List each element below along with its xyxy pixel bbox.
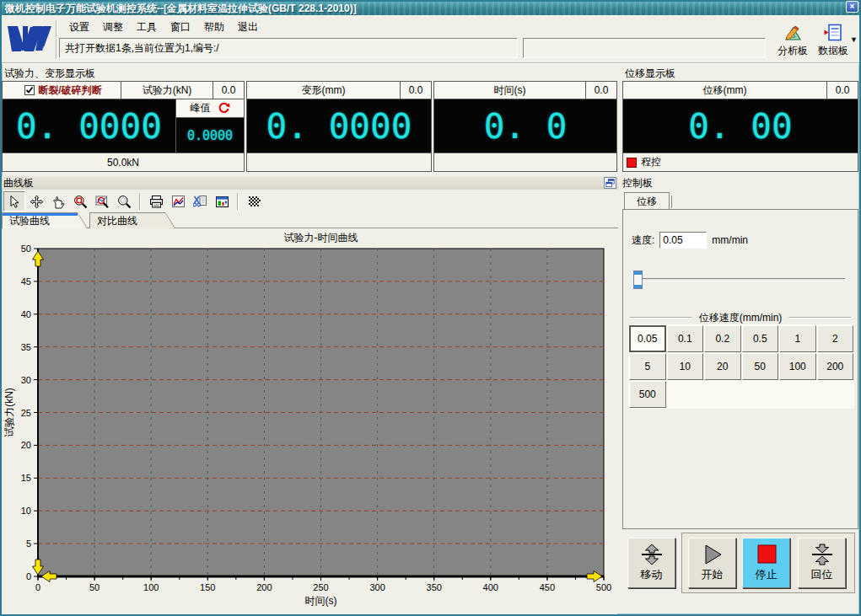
start-button[interactable]: 开始 (688, 538, 736, 588)
svg-text:45: 45 (21, 276, 31, 287)
curve-tabs: 试验曲线对比曲线 (2, 212, 618, 228)
move-crosshair-icon (30, 195, 44, 209)
tab-test-curve[interactable]: 试验曲线 (2, 212, 88, 228)
force-header: 试验力(kN) (121, 82, 213, 99)
svg-text:200: 200 (256, 582, 272, 592)
speed-preset-0.1[interactable]: 0.1 (667, 325, 704, 352)
move-button[interactable]: 移动 (627, 538, 675, 588)
deform-footer (247, 153, 431, 171)
speed-preset-grid: 0.050.10.20.5125102050100200500 (628, 324, 854, 409)
magnifier-tool-button[interactable] (113, 191, 135, 212)
svg-text:时间(s): 时间(s) (305, 595, 337, 607)
data-grid-tool-button[interactable] (243, 191, 265, 212)
control-panel-title: 控制板 (622, 176, 653, 190)
move-crosshair-tool-button[interactable] (25, 191, 47, 212)
svg-text:0: 0 (26, 571, 31, 581)
return-converge-icon (810, 544, 835, 565)
analysis-panel-label: 分析板 (778, 44, 808, 58)
speed-preset-0.05[interactable]: 0.05 (629, 325, 666, 352)
curve-panel-header: 曲线板 (2, 176, 618, 190)
svg-text:0: 0 (35, 582, 40, 592)
svg-text:400: 400 (483, 582, 498, 592)
svg-text:40: 40 (21, 309, 31, 319)
toolbar-dropdown-arrow[interactable]: ▼ (850, 35, 858, 44)
data-panel-label: 数据板 (818, 44, 848, 58)
speed-input[interactable] (659, 232, 707, 249)
time-badge: 0.0 (586, 82, 616, 99)
time-footer (434, 153, 616, 171)
svg-text:5: 5 (26, 538, 31, 549)
tab-compare-curve[interactable]: 对比曲线 (89, 212, 175, 228)
close-button[interactable]: × (846, 1, 858, 13)
time-value-display: 0. 0 (434, 99, 616, 153)
svg-text:15: 15 (21, 473, 31, 483)
curve-panel-title: 曲线板 (3, 176, 34, 190)
svg-text:试验力-时间曲线: 试验力-时间曲线 (284, 232, 358, 244)
svg-text:50: 50 (89, 582, 100, 592)
analysis-panel-button[interactable]: 分析板 (772, 23, 813, 60)
copy-curve-tool-button[interactable] (189, 191, 211, 212)
menu-item-5[interactable]: 退出 (231, 19, 265, 36)
tab-displacement-control[interactable]: 位移 (624, 192, 670, 210)
zoom-region-tool-button[interactable] (69, 191, 91, 212)
menu-item-4[interactable]: 帮助 (197, 19, 231, 36)
return-button[interactable]: 回位 (798, 538, 846, 588)
menu-bar: 设置调整工具窗口帮助退出 (62, 19, 265, 35)
speed-preset-0.5[interactable]: 0.5 (742, 325, 779, 352)
play-icon (700, 544, 725, 565)
deformation-display-unit: 变形(mm) 0.0 0. 0000 (246, 81, 432, 172)
curve-panel-float-button[interactable] (604, 177, 616, 189)
time-header: 时间(s) (434, 82, 586, 99)
peak-value-display: 0.0000 (176, 118, 244, 153)
control-page: 速度: mm/min 位移速度(mm/min) 0.050.10.20.5125… (622, 209, 858, 529)
fracture-detect-checkbox[interactable] (24, 85, 35, 95)
speed-preset-200[interactable]: 200 (817, 353, 854, 380)
zoom-curve-icon (95, 195, 110, 209)
force-display-unit: 断裂/破碎判断 试验力(kN) 0.0 0. 0000 峰值 0.0000 50… (2, 81, 245, 172)
menu-item-2[interactable]: 工具 (130, 19, 164, 36)
divider (56, 20, 57, 37)
speed-preset-50[interactable]: 50 (742, 353, 779, 380)
printer-tool-button[interactable] (145, 191, 167, 212)
speed-preset-2[interactable]: 2 (817, 325, 854, 352)
menu-item-1[interactable]: 调整 (96, 19, 130, 36)
move-up-down-icon (639, 544, 665, 565)
divider (56, 39, 57, 59)
speed-preset-0.2[interactable]: 0.2 (704, 325, 741, 352)
speed-preset-100[interactable]: 100 (779, 353, 816, 380)
speed-preset-500[interactable]: 500 (629, 381, 666, 408)
status-text: 共打开数据1条,当前位置为1,编号:/ (65, 42, 219, 54)
displacement-display-unit: 位移(mm) 0.0 0. 00 程控 (622, 81, 858, 172)
zoom-curve-tool-button[interactable] (91, 191, 113, 212)
start-button-label: 开始 (702, 567, 724, 582)
menu-item-3[interactable]: 窗口 (164, 19, 197, 36)
speed-preset-10[interactable]: 10 (667, 353, 704, 380)
speed-slider-track[interactable] (633, 278, 846, 281)
hand-pan-tool-button[interactable] (47, 191, 69, 212)
brand-logo-icon (5, 22, 54, 56)
move-button-label: 移动 (641, 567, 663, 582)
data-panel-button[interactable]: 数据板 (813, 23, 853, 60)
check-icon (25, 86, 34, 94)
copy-curve-icon (193, 195, 207, 209)
peak-reset-icon[interactable] (218, 102, 230, 115)
menu-item-0[interactable]: 设置 (62, 19, 96, 36)
display-panel-title: 试验力、变形显示板 (4, 67, 95, 81)
fracture-detect-label: 断裂/破碎判断 (38, 83, 101, 98)
speed-preset-5[interactable]: 5 (629, 353, 666, 380)
speed-slider-thumb[interactable] (633, 271, 643, 289)
status-box-secondary (523, 38, 766, 58)
svg-text:150: 150 (200, 582, 215, 592)
stop-button[interactable]: 停止 (742, 538, 790, 588)
speed-preset-20[interactable]: 20 (704, 353, 741, 380)
hand-pan-icon (51, 195, 66, 209)
fracture-detect-option[interactable]: 断裂/破碎判断 (3, 82, 121, 99)
select-arrow-tool-button[interactable] (3, 191, 25, 212)
speed-slider[interactable] (633, 271, 846, 289)
curve-settings-tool-button[interactable] (167, 191, 189, 212)
curve-settings-icon (171, 195, 186, 209)
speed-preset-1[interactable]: 1 (779, 325, 816, 352)
panel-window-tool-button[interactable] (211, 191, 233, 212)
menu-toolbar-zone: 设置调整工具窗口帮助退出 共打开数据1条,当前位置为1,编号:/ 分析板 数据板 (2, 15, 859, 62)
titlebar: 微机控制电子万能试验机测控系统--[金属材料室温拉伸试验(GB/T 228.1-… (2, 2, 859, 15)
